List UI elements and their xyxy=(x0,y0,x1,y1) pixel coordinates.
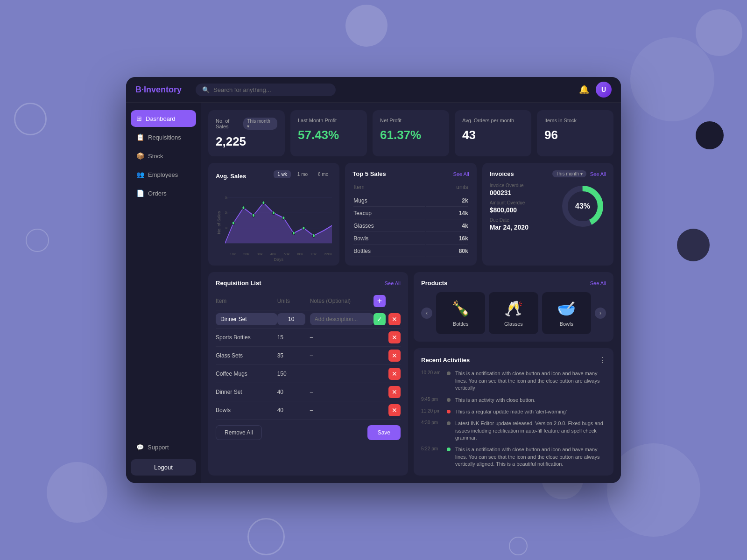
bell-icon[interactable]: 🔔 xyxy=(579,84,589,95)
activity-dot-gray xyxy=(447,421,451,425)
invoices-card: Invoices This month ▾ See All Invoice Ov… xyxy=(482,163,613,266)
activity-text: This is a notification with close button… xyxy=(455,370,606,392)
amount-label: Amount Overdue xyxy=(490,200,552,205)
delete-button-4[interactable]: ✕ xyxy=(388,386,401,398)
item-bottles: Bottles xyxy=(353,245,425,257)
x-axis-days-label: Days xyxy=(225,257,332,262)
activity-time: 9:45 pm xyxy=(421,397,442,402)
orders-icon: 📄 xyxy=(136,189,144,197)
search-icon: 🔍 xyxy=(202,86,210,93)
stat-label-avg-orders: Avg. Orders per month xyxy=(462,118,524,123)
stat-value-net-profit: 61.37% xyxy=(380,128,442,142)
units-mugs: 2k xyxy=(426,195,468,207)
product-card-glasses[interactable]: 🥂 Glasses xyxy=(489,292,538,334)
requisition-card: Requisition List See All Item Units Note… xyxy=(208,272,408,475)
carousel-prev-button[interactable]: ‹ xyxy=(421,308,432,319)
delete-button-1[interactable]: ✕ xyxy=(388,331,401,343)
remove-all-button[interactable]: Remove All xyxy=(216,425,262,440)
add-requisition-button[interactable]: + xyxy=(374,295,386,307)
bottles-icon: 🍾 xyxy=(444,300,478,317)
item-input-0[interactable] xyxy=(216,313,277,325)
activity-time: 10:20 am xyxy=(421,370,442,375)
delete-button-0[interactable]: ✕ xyxy=(388,313,401,325)
notes-empty: – xyxy=(310,347,374,365)
recent-activities-header: Recent Activities ⋮ xyxy=(421,356,606,364)
svg-text:2k: 2k xyxy=(225,211,228,215)
requisition-title: Requisition List xyxy=(216,280,261,287)
more-options-icon[interactable]: ⋮ xyxy=(599,356,606,364)
stat-value-sales: 2,225 xyxy=(216,134,277,149)
top5-title: Top 5 Sales xyxy=(352,170,386,177)
stat-card-net-profit: Net Profit 61.37% xyxy=(373,110,449,156)
chart-tab-6mo[interactable]: 6 mo xyxy=(314,170,332,178)
bowls-label: Bowls xyxy=(550,321,584,327)
notes-empty: – xyxy=(310,401,374,420)
requisition-see-all[interactable]: See All xyxy=(385,280,401,286)
search-bar[interactable]: 🔍 xyxy=(196,84,336,96)
activity-item: 5:22 pm This is a notification with clos… xyxy=(421,446,606,468)
product-card-bottles[interactable]: 🍾 Bottles xyxy=(436,292,485,334)
bowls-icon: 🥣 xyxy=(550,300,584,317)
sidebar-item-orders[interactable]: 📄 Orders xyxy=(131,185,196,202)
delete-button-2[interactable]: ✕ xyxy=(388,350,401,362)
units-input-0[interactable] xyxy=(277,313,305,325)
invoices-see-all[interactable]: See All xyxy=(590,171,606,177)
stat-value-profit: 57.43% xyxy=(298,128,359,142)
delete-button-5[interactable]: ✕ xyxy=(388,404,401,416)
sidebar-item-employees[interactable]: 👥 Employees xyxy=(131,166,196,183)
table-row: ✓ ✕ xyxy=(216,310,401,329)
stat-card-stock: Items in Stock 96 xyxy=(537,110,613,156)
sidebar-item-stock[interactable]: 📦 Stock xyxy=(131,147,196,164)
chart-tab-1wk[interactable]: 1 wk xyxy=(274,170,291,178)
svg-marker-4 xyxy=(225,203,332,244)
item-dinner-set-2: Dinner Set xyxy=(216,383,277,401)
support-button[interactable]: 💬 Support xyxy=(131,440,196,455)
main-layout: ⊞ Dashboard 📋 Requisitions 📦 Stock 👥 Emp… xyxy=(126,103,621,483)
search-input[interactable] xyxy=(213,86,329,93)
save-button[interactable]: Save xyxy=(367,425,401,440)
top5-sales-card: Top 5 Sales See All Item units Mug xyxy=(345,163,476,266)
product-card-bowls[interactable]: 🥣 Bowls xyxy=(542,292,591,334)
requisition-bottom: Remove All Save xyxy=(216,425,401,440)
activity-dot-green xyxy=(447,448,451,451)
delete-button-3[interactable]: ✕ xyxy=(388,368,401,380)
item-coffee-mugs: Coffee Mugs xyxy=(216,365,277,383)
products-see-all[interactable]: See All xyxy=(590,280,606,286)
avatar[interactable]: U xyxy=(596,82,612,98)
app-window: B·Inventory 🔍 🔔 U ⊞ Dashboard 📋 Requisit… xyxy=(126,77,621,483)
products-header: Products See All xyxy=(421,280,606,287)
chart-x-label: 10k20k30k40k50k60k70k220k xyxy=(225,252,332,256)
avg-sales-card: Avg. Sales 1 wk 1 mo 6 mo No. of Sales xyxy=(208,163,339,266)
carousel-next-button[interactable]: › xyxy=(595,308,606,319)
invoice-donut: 43% xyxy=(559,183,606,230)
activity-item: 9:45 pm This is an activity with close b… xyxy=(421,397,606,404)
activity-text: Latest INK Editor update released. Versi… xyxy=(455,420,606,441)
logout-button[interactable]: Logout xyxy=(131,459,196,476)
stats-row: No. of Sales This month ▾ 2,225 Last Mon… xyxy=(208,110,613,156)
middle-row: Avg. Sales 1 wk 1 mo 6 mo No. of Sales xyxy=(208,163,613,266)
dashboard-icon: ⊞ xyxy=(136,115,142,122)
chart-svg: 3k 2k 1k xyxy=(225,188,332,248)
activity-text: This is a notification with close button… xyxy=(455,446,606,468)
table-row: Bowls 40 – ✕ xyxy=(216,401,401,420)
month-badge[interactable]: This month ▾ xyxy=(243,118,277,130)
sidebar-item-label: Requisitions xyxy=(148,134,181,141)
confirm-button-0[interactable]: ✓ xyxy=(374,313,386,325)
sidebar-item-label: Dashboard xyxy=(146,115,176,122)
top5-see-all[interactable]: See All xyxy=(453,171,469,177)
notes-input-0[interactable] xyxy=(310,313,374,325)
products-row: ‹ 🍾 Bottles 🥂 Glasses 🥣 Bo xyxy=(421,292,606,334)
units-glasses: 4k xyxy=(426,220,468,232)
invoices-month-badge[interactable]: This month ▾ xyxy=(552,170,586,177)
activity-dot-red xyxy=(447,410,451,413)
table-row: Glass Sets 35 – ✕ xyxy=(216,347,401,365)
item-teacup: Teacup xyxy=(353,208,425,219)
avg-sales-title: Avg. Sales xyxy=(216,173,246,180)
chart-tabs: 1 wk 1 mo 6 mo xyxy=(274,170,332,178)
support-label: Support xyxy=(148,444,169,451)
overdue-value: 000231 xyxy=(490,189,552,196)
chart-tab-1mo[interactable]: 1 mo xyxy=(294,170,311,178)
sidebar-item-dashboard[interactable]: ⊞ Dashboard xyxy=(131,110,196,127)
sidebar-item-requisitions[interactable]: 📋 Requisitions xyxy=(131,129,196,146)
due-date-label: Due Date xyxy=(490,217,552,223)
